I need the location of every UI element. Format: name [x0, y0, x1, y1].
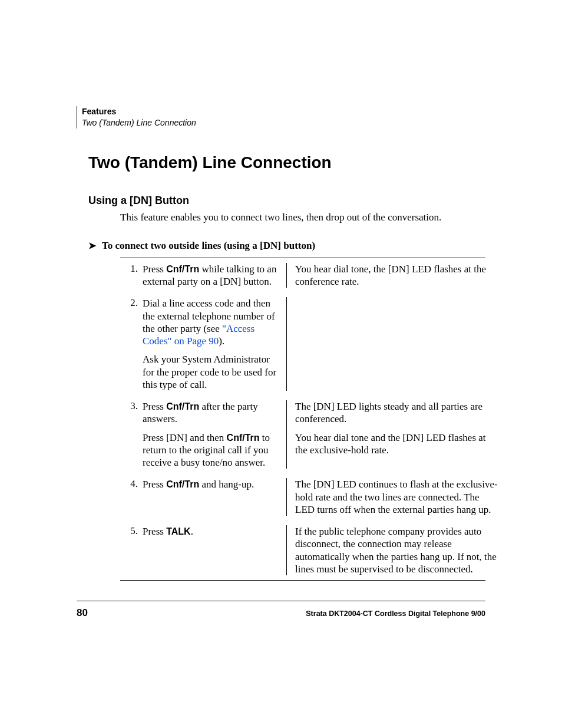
arrow-icon: ➤: [88, 241, 96, 251]
procedure-title: ➤ To connect two outside lines (using a …: [88, 240, 485, 252]
step-number: 4.: [120, 478, 143, 490]
step-number: 3.: [120, 400, 143, 412]
running-head-title: Features: [82, 106, 485, 117]
table-row: 5. Press TALK. If the public telephone c…: [120, 521, 485, 580]
step-action: Press Cnf/Trn while talking to an extern…: [143, 263, 286, 288]
steps-table: 1. Press Cnf/Trn while talking to an ext…: [120, 258, 485, 581]
step-number: 5.: [120, 525, 143, 537]
step-result: The [DN] LED lights steady and all parti…: [287, 400, 498, 456]
step-number: 1.: [120, 263, 143, 275]
step-result: If the public telephone company provides…: [287, 525, 498, 575]
procedure-title-text: To connect two outside lines (using a [D…: [102, 240, 315, 252]
section-heading: Using a [DN] Button: [88, 195, 485, 207]
column-divider: [286, 297, 287, 391]
step-result: The [DN] LED continues to flash at the e…: [287, 478, 498, 516]
step-action: Press Cnf/Trn and hang-up.: [143, 478, 286, 490]
table-row: 2. Dial a line access code and then the …: [120, 292, 485, 396]
intro-paragraph: This feature enables you to connect two …: [120, 212, 485, 223]
table-row: 1. Press Cnf/Trn while talking to an ext…: [120, 258, 485, 293]
step-result: You hear dial tone, the [DN] LED flashes…: [287, 263, 498, 288]
footer-rule: [77, 601, 485, 601]
table-row: 4. Press Cnf/Trn and hang-up. The [DN] L…: [120, 473, 485, 521]
page-footer: 80 Strata DKT2004-CT Cordless Digital Te…: [0, 601, 562, 619]
footer-text: Strata DKT2004-CT Cordless Digital Telep…: [306, 610, 485, 618]
step-action: Press TALK.: [143, 525, 286, 538]
running-head-subtitle: Two (Tandem) Line Connection: [82, 117, 485, 129]
step-number: 2.: [120, 297, 143, 309]
running-head: Features Two (Tandem) Line Connection: [77, 106, 485, 129]
table-row: 3. Press Cnf/Trn after the party answers…: [120, 396, 485, 473]
step-action: Dial a line access code and then the ext…: [143, 297, 286, 391]
page-title: Two (Tandem) Line Connection: [88, 153, 485, 172]
page-content: Features Two (Tandem) Line Connection Tw…: [0, 0, 562, 581]
page-number: 80: [77, 607, 88, 619]
step-action: Press Cnf/Trn after the party answers. P…: [143, 400, 286, 469]
